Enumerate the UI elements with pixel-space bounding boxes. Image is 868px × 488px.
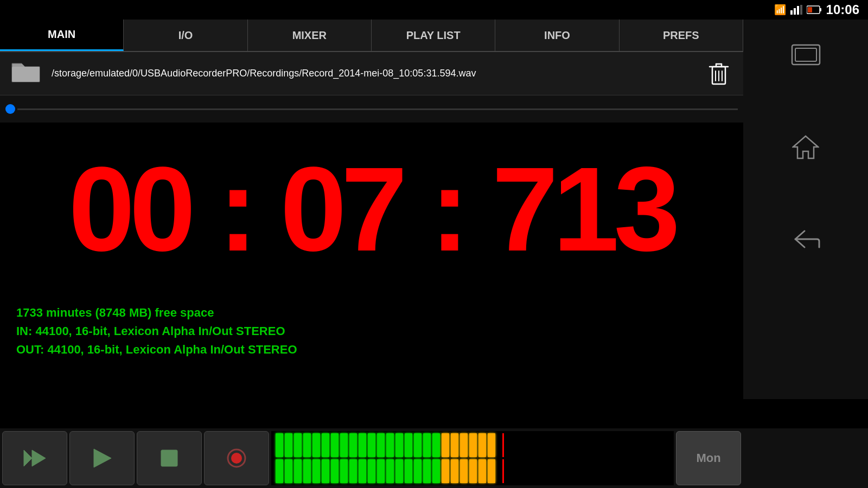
tab-prefs[interactable]: PREFS xyxy=(620,20,743,51)
skip-back-button[interactable] xyxy=(2,431,67,485)
svg-marker-21 xyxy=(94,449,111,467)
progress-area[interactable] xyxy=(0,95,743,123)
vu-bar xyxy=(312,433,320,457)
vu-bar xyxy=(451,459,458,483)
vu-bar xyxy=(478,459,486,483)
vu-bar xyxy=(488,459,495,483)
svg-rect-22 xyxy=(161,450,177,466)
svg-rect-0 xyxy=(790,10,793,15)
tab-playlist[interactable]: PLAY LIST xyxy=(372,20,495,51)
vu-bar xyxy=(340,459,348,483)
timer-value: 00 : 07 : 713 xyxy=(68,150,675,269)
vu-bar xyxy=(312,459,320,483)
folder-icon[interactable] xyxy=(11,59,41,88)
svg-rect-2 xyxy=(797,6,799,15)
vu-bar xyxy=(386,459,394,483)
vu-bar xyxy=(331,433,339,457)
tab-info[interactable]: INFO xyxy=(495,20,619,51)
vu-bar xyxy=(322,459,329,483)
vu-bar xyxy=(478,433,486,457)
svg-rect-8 xyxy=(795,48,816,61)
vu-meter xyxy=(271,431,674,485)
svg-marker-19 xyxy=(24,450,32,466)
vu-bar xyxy=(386,433,394,457)
nav-tabs: MAIN I/O MIXER PLAY LIST INFO PREFS xyxy=(0,20,743,52)
svg-rect-6 xyxy=(808,7,812,12)
vu-bar xyxy=(368,459,375,483)
vu-bar xyxy=(377,459,385,483)
progress-track xyxy=(17,108,738,110)
vu-bar xyxy=(303,433,311,457)
svg-marker-20 xyxy=(32,450,46,466)
vu-bar xyxy=(368,433,375,457)
vu-bar xyxy=(488,433,495,457)
mon-button[interactable]: Mon xyxy=(676,431,741,485)
vu-bar xyxy=(442,459,449,483)
bottom-transport-bar: Mon xyxy=(0,428,743,488)
vu-bar xyxy=(285,433,292,457)
vu-bar xyxy=(294,459,302,483)
battery-icon xyxy=(807,5,822,15)
vu-row-top xyxy=(276,433,669,457)
tab-main[interactable]: MAIN xyxy=(0,20,124,51)
vu-bar xyxy=(322,433,329,457)
vu-bar xyxy=(423,459,431,483)
signal-icon xyxy=(790,5,802,15)
vu-bar xyxy=(442,433,449,457)
vu-bar xyxy=(276,433,283,457)
vu-bar xyxy=(340,433,348,457)
right-side-buttons xyxy=(743,20,868,399)
svg-point-24 xyxy=(231,453,242,464)
stop-button[interactable] xyxy=(137,431,202,485)
svg-marker-9 xyxy=(793,136,818,158)
vu-bar xyxy=(460,433,468,457)
record-button[interactable] xyxy=(204,431,269,485)
vu-bar xyxy=(331,459,339,483)
free-space-info: 1733 minutes (8748 MB) free space xyxy=(16,306,727,320)
vu-peak-marker xyxy=(502,433,504,457)
back-button[interactable] xyxy=(787,226,825,253)
vu-bar xyxy=(285,459,292,483)
input-info: IN: 44100, 16-bit, Lexicon Alpha In/Out … xyxy=(16,324,727,338)
vu-bar xyxy=(469,433,477,457)
delete-button[interactable] xyxy=(705,60,732,87)
vu-bar xyxy=(359,433,366,457)
vu-peak-marker xyxy=(502,459,504,483)
output-info: OUT: 44100, 16-bit, Lexicon Alpha In/Out… xyxy=(16,343,727,357)
window-button[interactable] xyxy=(787,41,825,68)
vu-bar xyxy=(276,459,283,483)
tab-mixer[interactable]: MIXER xyxy=(248,20,372,51)
vu-bar xyxy=(405,459,412,483)
svg-rect-10 xyxy=(12,67,40,82)
progress-indicator xyxy=(5,104,15,114)
svg-rect-1 xyxy=(794,8,796,15)
vu-bar xyxy=(349,433,357,457)
right-bottom-area xyxy=(743,428,868,488)
play-button[interactable] xyxy=(69,431,135,485)
vu-bar xyxy=(423,433,431,457)
home-button[interactable] xyxy=(787,133,825,160)
vu-bar xyxy=(349,459,357,483)
vu-bar xyxy=(395,433,403,457)
vu-bar xyxy=(395,459,403,483)
time-label: 10:06 xyxy=(826,2,859,17)
vu-bar xyxy=(294,433,302,457)
vu-bar xyxy=(469,459,477,483)
vu-bar xyxy=(414,433,422,457)
vu-bar xyxy=(377,433,385,457)
vu-row-bottom xyxy=(276,459,669,483)
timer-display: 00 : 07 : 713 xyxy=(0,123,743,296)
file-path: /storage/emulated/0/USBAudioRecorderPRO/… xyxy=(52,67,694,80)
vu-bar xyxy=(432,459,440,483)
svg-rect-3 xyxy=(800,5,802,15)
vu-bar xyxy=(405,433,412,457)
status-bar: 📶 10:06 xyxy=(760,0,868,20)
tab-io[interactable]: I/O xyxy=(124,20,247,51)
vu-bar xyxy=(303,459,311,483)
file-area: /storage/emulated/0/USBAudioRecorderPRO/… xyxy=(0,52,743,95)
vu-bar xyxy=(414,459,422,483)
info-area: 1733 minutes (8748 MB) free space IN: 44… xyxy=(0,296,743,367)
wifi-icon: 📶 xyxy=(774,4,786,16)
vu-bar xyxy=(460,459,468,483)
vu-bar xyxy=(359,459,366,483)
